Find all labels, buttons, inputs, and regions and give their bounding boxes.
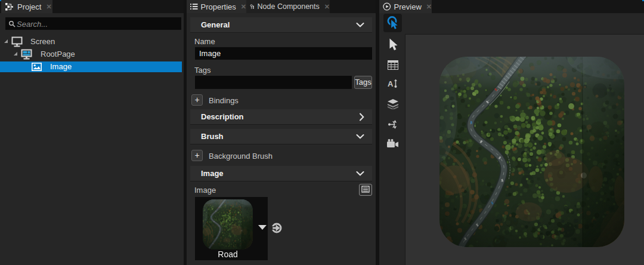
svg-text:A: A [388, 79, 394, 88]
